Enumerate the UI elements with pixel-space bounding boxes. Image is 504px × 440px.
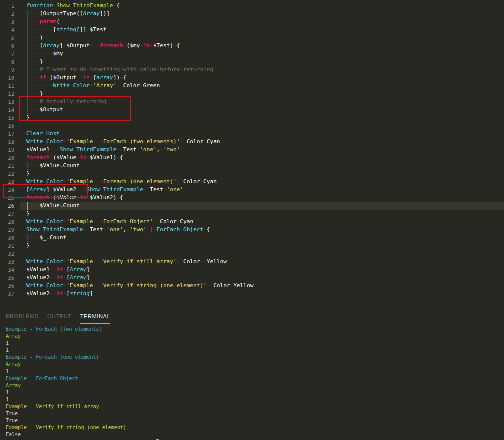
terminal-line: True <box>6 410 504 417</box>
code-line[interactable] <box>26 250 253 258</box>
terminal-line: True <box>6 417 504 424</box>
code-line[interactable]: } <box>26 242 253 250</box>
line-number: 7 <box>0 50 14 58</box>
line-number: 3 <box>0 18 14 26</box>
code-line[interactable]: $Value2·-is·[Array] <box>26 274 253 282</box>
code-line[interactable]: $Value1·=·Show-ThirdExample·-Test·'one',… <box>26 146 253 154</box>
panel-tab-output[interactable]: OUTPUT <box>47 313 72 324</box>
line-number: 19 <box>0 146 14 154</box>
code-line[interactable]: ····$Value.Count <box>26 162 253 170</box>
code-editor[interactable]: 1234567891011121314151617181920212223242… <box>0 0 504 307</box>
line-number: 2 <box>0 10 14 18</box>
code-line[interactable]: ····$Value.Count <box>26 202 253 210</box>
line-number: 6 <box>0 42 14 50</box>
line-number: 28 <box>0 218 14 226</box>
terminal-line: Example - ForEach Object <box>6 375 504 382</box>
line-number: 15 <box>0 114 14 122</box>
line-number: 26 <box>0 202 14 210</box>
terminal-line: Array <box>6 361 504 368</box>
red-box-array-cast <box>3 184 88 198</box>
code-line[interactable]: Write-Color·'Example·-·Verify·if·string·… <box>26 282 253 290</box>
red-box-returning <box>19 96 131 121</box>
code-line[interactable]: Write-Color·'Example·-·Verify·if·still·a… <box>26 258 253 266</box>
line-number: 37 <box>0 290 14 298</box>
code-line[interactable]: Write-Color·'Example·-·ForEach·Object'·-… <box>26 218 253 226</box>
line-number: 29 <box>0 226 14 234</box>
line-number: 32 <box>0 250 14 258</box>
line-number: 35 <box>0 274 14 282</box>
code-line[interactable]: ····param( <box>26 18 253 26</box>
terminal-line: False <box>6 431 504 438</box>
code-line[interactable]: function·Show-ThirdExample·{ <box>26 2 253 10</box>
vscode-window: 1234567891011121314151617181920212223242… <box>0 0 504 440</box>
line-number: 4 <box>0 26 14 34</box>
terminal-line: 1 <box>6 347 504 354</box>
line-number: 30 <box>0 234 14 242</box>
line-number: 13 <box>0 98 14 106</box>
line-number: 22 <box>0 170 14 178</box>
line-number: 21 <box>0 162 14 170</box>
code-line[interactable]: ········Write-Color·'Array'·-Color·Green <box>26 82 253 90</box>
code-line[interactable] <box>26 122 253 130</box>
line-number: 31 <box>0 242 14 250</box>
code-line[interactable]: } <box>26 170 253 178</box>
terminal-line: 1 <box>6 340 504 347</box>
code-line[interactable]: ····[OutputType([Array])] <box>26 10 253 18</box>
code-line[interactable]: Show-ThirdExample·-Test·'one',·'two'·|·F… <box>26 226 253 234</box>
line-number: 16 <box>0 122 14 130</box>
code-line[interactable]: Write-Color·'Example·-·ForEach·(two·elem… <box>26 138 253 146</box>
line-number: 12 <box>0 90 14 98</box>
line-number: 14 <box>0 106 14 114</box>
line-number: 17 <box>0 130 14 138</box>
panel-tab-terminal[interactable]: TERMINAL <box>80 313 110 324</box>
editor-gutter: 1234567891011121314151617181920212223242… <box>0 2 14 298</box>
code-line[interactable]: ····[Array]·$Output·=·foreach·($my·in·$T… <box>26 42 253 50</box>
line-number: 5 <box>0 34 14 42</box>
terminal-line: Example - Foreach (one element) <box>6 354 504 361</box>
panel-tab-bar: PROBLEMSOUTPUTTERMINAL <box>0 307 504 324</box>
code-line[interactable]: ····if·($Output·-is·[array])·{ <box>26 74 253 82</box>
terminal-output[interactable]: Example - ForEach (two elements)Array11E… <box>6 326 504 440</box>
code-line[interactable]: foreach·($Value·in·$Value1)·{ <box>26 154 253 162</box>
line-number: 18 <box>0 138 14 146</box>
line-number: 34 <box>0 266 14 274</box>
code-line[interactable]: ········$my <box>26 50 253 58</box>
terminal-line: Example - ForEach (two elements) <box>6 326 504 333</box>
terminal-line: 1 <box>6 368 504 375</box>
terminal-line: Example - Verify if string (one element) <box>6 424 504 431</box>
code-line[interactable]: $Value2·-is·[string] <box>26 290 253 298</box>
line-number: 9 <box>0 66 14 74</box>
line-number: 1 <box>0 2 14 10</box>
code-line[interactable]: ····} <box>26 58 253 66</box>
panel-tab-problems[interactable]: PROBLEMS <box>6 313 39 324</box>
terminal-line: 1 <box>6 389 504 396</box>
code-line[interactable]: ····) <box>26 34 253 42</box>
code-line[interactable]: Clear-Host <box>26 130 253 138</box>
line-number: 20 <box>0 154 14 162</box>
line-number: 33 <box>0 258 14 266</box>
terminal-line: Example - Verify if still array <box>6 403 504 410</box>
code-line[interactable]: ········[string[]]·$Test <box>26 26 253 34</box>
bottom-panel: PROBLEMSOUTPUTTERMINAL Example - ForEach… <box>0 307 504 440</box>
code-line[interactable]: $Value1·-is·[Array] <box>26 266 253 274</box>
code-line[interactable]: ····$_.Count <box>26 234 253 242</box>
line-number: 11 <box>0 82 14 90</box>
code-area[interactable]: function·Show-ThirdExample·{····[OutputT… <box>26 2 253 298</box>
line-number: 36 <box>0 282 14 290</box>
code-line[interactable]: ····#·I·want·to·do·something·with·value·… <box>26 66 253 74</box>
line-number: 27 <box>0 210 14 218</box>
terminal-line: Array <box>6 382 504 389</box>
line-number: 10 <box>0 74 14 82</box>
terminal-line: 1 <box>6 396 504 403</box>
terminal-line: Array <box>6 333 504 340</box>
line-number: 8 <box>0 58 14 66</box>
code-line[interactable]: } <box>26 210 253 218</box>
